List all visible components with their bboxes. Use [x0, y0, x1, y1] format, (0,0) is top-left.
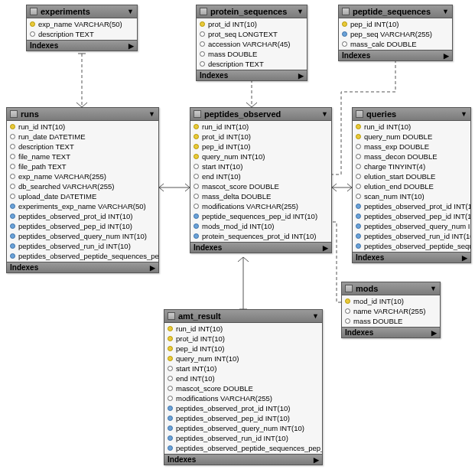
column-row[interactable]: end INT(10) [190, 171, 331, 181]
indexes-footer[interactable]: Indexes▶ [164, 454, 322, 465]
table-header[interactable]: peptide_sequences▼ [339, 5, 452, 18]
column-row[interactable]: peptides_observed_peptide_sequences... [353, 241, 470, 251]
table-queries[interactable]: queries▼run_id INT(10)query_num DOUBLEma… [352, 107, 471, 263]
table-header[interactable]: experiments▼ [27, 5, 137, 18]
column-row[interactable]: start INT(10) [190, 161, 331, 171]
column-row[interactable]: peptides_observed_pep_id INT(10) [353, 211, 470, 221]
column-row[interactable]: run_id INT(10) [190, 122, 331, 132]
column-row[interactable]: prot_seq LONGTEXT [197, 29, 307, 39]
column-row[interactable]: run_id INT(10) [7, 122, 158, 132]
expand-arrow-icon[interactable]: ▶ [462, 254, 467, 262]
collapse-arrow-icon[interactable]: ▼ [430, 285, 437, 292]
column-row[interactable]: pep_seq VARCHAR(255) [339, 29, 452, 39]
column-row[interactable]: mass DOUBLE [197, 49, 307, 59]
column-row[interactable]: modifications VARCHAR(255) [164, 393, 322, 403]
column-row[interactable]: description TEXT [27, 29, 137, 39]
column-row[interactable]: mascot_score DOUBLE [190, 181, 331, 191]
column-row[interactable]: file_name TEXT [7, 152, 158, 161]
column-row[interactable]: pep_id INT(10) [339, 19, 452, 29]
table-header[interactable]: amt_result▼ [164, 310, 322, 323]
table-header[interactable]: runs▼ [7, 108, 158, 121]
column-row[interactable]: experiments_exp_name VARCHAR(50) [7, 201, 158, 211]
table-peptides_observed[interactable]: peptides_observed▼run_id INT(10)prot_id … [190, 107, 332, 253]
column-row[interactable]: start INT(10) [164, 364, 322, 373]
table-header[interactable]: mods▼ [342, 282, 440, 295]
column-row[interactable]: scan_num INT(10) [353, 191, 470, 201]
column-row[interactable]: mass_calc DOUBLE [339, 39, 452, 49]
column-row[interactable]: mascot_score DOUBLE [164, 383, 322, 393]
column-row[interactable]: run_date DATETIME [7, 132, 158, 142]
table-experiments[interactable]: experiments▼exp_name VARCHAR(50)descript… [26, 5, 138, 51]
column-row[interactable]: peptides_observed_run_id INT(10) [7, 241, 158, 251]
column-row[interactable]: peptides_observed_query_num INT(10) [353, 221, 470, 231]
column-row[interactable]: description TEXT [7, 142, 158, 152]
table-peptide_sequences[interactable]: peptide_sequences▼pep_id INT(10)pep_seq … [338, 5, 453, 61]
column-row[interactable]: elution_end DOUBLE [353, 181, 470, 191]
column-row[interactable]: query_num INT(10) [164, 354, 322, 364]
table-protein_sequences[interactable]: protein_sequences▼prot_id INT(10)prot_se… [196, 5, 307, 81]
column-row[interactable]: accession VARCHAR(45) [197, 39, 307, 49]
column-row[interactable]: query_num INT(10) [190, 152, 331, 161]
column-row[interactable]: elution_start DOUBLE [353, 171, 470, 181]
column-row[interactable]: peptides_observed_peptide_sequences_pep_… [164, 443, 322, 453]
column-row[interactable]: modifications VARCHAR(255) [190, 201, 331, 211]
column-row[interactable]: peptides_observed_pep_id INT(10) [164, 413, 322, 423]
collapse-arrow-icon[interactable]: ▼ [127, 8, 134, 15]
column-row[interactable]: mod_id INT(10) [342, 296, 440, 306]
column-row[interactable]: exp_name VARCHAR(50) [27, 19, 137, 29]
expand-arrow-icon[interactable]: ▶ [314, 456, 319, 464]
column-row[interactable]: peptides_observed_query_num INT(10) [7, 231, 158, 241]
expand-arrow-icon[interactable]: ▶ [431, 329, 437, 337]
column-row[interactable]: name VARCHAR(255) [342, 306, 440, 316]
table-mods[interactable]: mods▼mod_id INT(10)name VARCHAR(255)mass… [341, 282, 441, 338]
indexes-footer[interactable]: Indexes▶ [339, 50, 452, 60]
column-row[interactable]: prot_id INT(10) [197, 19, 307, 29]
column-row[interactable]: charge TINYINT(4) [353, 161, 470, 171]
column-row[interactable]: db_searched VARCHAR(255) [7, 181, 158, 191]
column-row[interactable]: prot_id INT(10) [164, 334, 322, 344]
column-row[interactable]: pep_id INT(10) [164, 344, 322, 354]
column-row[interactable]: run_id INT(10) [353, 122, 470, 132]
column-row[interactable]: peptides_observed_prot_id INT(10) [353, 201, 470, 211]
collapse-arrow-icon[interactable]: ▼ [312, 312, 319, 320]
column-row[interactable]: exp_name VARCHAR(255) [7, 171, 158, 181]
expand-arrow-icon[interactable]: ▶ [150, 264, 155, 272]
table-header[interactable]: protein_sequences▼ [197, 5, 307, 18]
column-row[interactable]: mods_mod_id INT(10) [190, 221, 331, 231]
expand-arrow-icon[interactable]: ▶ [444, 52, 449, 60]
column-row[interactable]: mass_delta DOUBLE [190, 191, 331, 201]
column-row[interactable]: prot_id INT(10) [190, 132, 331, 142]
column-row[interactable]: end INT(10) [164, 373, 322, 383]
collapse-arrow-icon[interactable]: ▼ [148, 110, 155, 118]
column-row[interactable]: peptides_observed_query_num INT(10) [164, 423, 322, 433]
column-row[interactable]: mass_decon DOUBLE [353, 152, 470, 161]
table-header[interactable]: peptides_observed▼ [190, 108, 331, 121]
column-row[interactable]: peptides_observed_prot_id INT(10) [164, 403, 322, 413]
column-row[interactable]: mass_exp DOUBLE [353, 142, 470, 152]
indexes-footer[interactable]: Indexes▶ [197, 70, 307, 80]
column-row[interactable]: peptides_observed_run_id INT(10) [353, 231, 470, 241]
table-amt_result[interactable]: amt_result▼run_id INT(10)prot_id INT(10)… [164, 309, 323, 465]
column-row[interactable]: protein_sequences_prot_id INT(10) [190, 231, 331, 241]
collapse-arrow-icon[interactable]: ▼ [321, 110, 328, 118]
column-row[interactable]: peptides_observed_prot_id INT(10) [7, 211, 158, 221]
indexes-footer[interactable]: Indexes▶ [342, 327, 440, 337]
column-row[interactable]: run_id INT(10) [164, 324, 322, 334]
column-row[interactable]: peptides_observed_run_id INT(10) [164, 433, 322, 443]
column-row[interactable]: peptide_sequences_pep_id INT(10) [190, 211, 331, 221]
column-row[interactable]: peptides_observed_pep_id INT(10) [7, 221, 158, 231]
indexes-footer[interactable]: Indexes▶ [190, 242, 331, 253]
expand-arrow-icon[interactable]: ▶ [323, 244, 328, 252]
indexes-footer[interactable]: Indexes▶ [353, 252, 470, 262]
table-header[interactable]: queries▼ [353, 108, 470, 121]
column-row[interactable]: query_num DOUBLE [353, 132, 470, 142]
indexes-footer[interactable]: Indexes▶ [7, 262, 158, 272]
collapse-arrow-icon[interactable]: ▼ [460, 110, 467, 118]
table-runs[interactable]: runs▼run_id INT(10)run_date DATETIMEdesc… [6, 107, 159, 273]
collapse-arrow-icon[interactable]: ▼ [297, 8, 304, 15]
column-row[interactable]: description TEXT [197, 59, 307, 69]
column-row[interactable]: peptides_observed_peptide_sequences_pep_… [7, 251, 158, 261]
column-row[interactable]: upload_date DATETIME [7, 191, 158, 201]
expand-arrow-icon[interactable]: ▶ [129, 42, 134, 50]
expand-arrow-icon[interactable]: ▶ [298, 72, 304, 80]
